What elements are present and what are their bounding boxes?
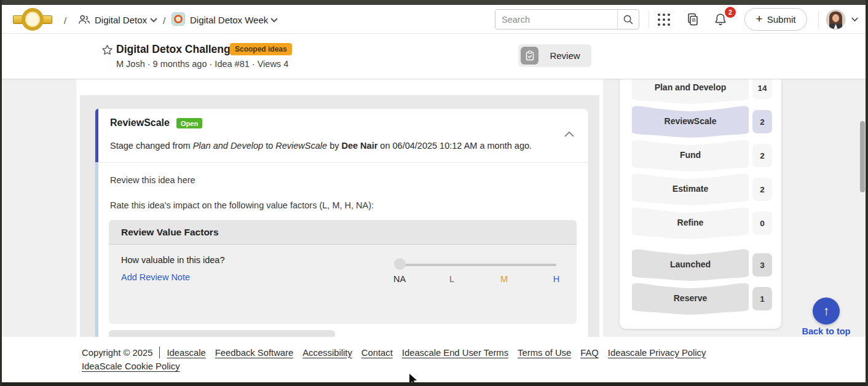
window-frame-bottom [0,382,868,386]
stage-accent-bar [95,109,98,163]
actor-name: Dee Nair [341,141,377,151]
stage-count-reserve: 1 [752,287,772,310]
footer-link-feedback-software[interactable]: Feedback Software [215,348,294,358]
idea-header: Digital Detox Challenge Scooped ideas M … [2,34,866,79]
card-divider [95,162,588,163]
back-to-top-button[interactable]: ↑ [813,297,840,325]
stage-funnel-sidebar: Plan and Develop 14 ReviewScale 2 Fund 2… [620,79,781,329]
next-panel-peek [109,330,335,337]
window-frame-left [0,0,2,386]
plus-icon: + [756,13,763,25]
avatar[interactable] [826,9,846,30]
rating-slider-handle[interactable] [394,258,406,270]
nav-divider [818,11,819,28]
campaign-icon [172,12,185,26]
workspace-logo[interactable] [13,7,52,32]
footer-link-privacy-policy[interactable]: Ideascale Privacy Policy [608,348,706,358]
footer-link-ideascale[interactable]: Ideascale [167,348,205,358]
nav-divider [649,11,649,28]
footer-link-faq[interactable]: FAQ [580,348,599,358]
from-stage-name: Plan and Develop [193,141,263,151]
stage-item-estimate[interactable]: Estimate [632,173,749,205]
stage-count-refine: 0 [752,211,772,235]
review-instruction: Review this idea here [110,175,195,185]
breadcrumb-separator: / [64,15,66,26]
notification-count-badge: 2 [725,7,736,18]
idea-meta: M Josh · 9 months ago · Idea #81 · Views… [116,59,288,69]
arrow-up-icon: ↑ [823,304,830,318]
main-content-panel: ReviewScale Open Stage changed from Plan… [76,79,603,337]
favorite-star-icon[interactable] [101,44,113,56]
review-label: Review [539,50,591,61]
breadcrumb-campaign[interactable]: Digital Detox Week [190,15,268,25]
scooped-ideas-badge: Scooped ideas [230,43,292,55]
search-box [495,9,639,30]
stage-count-estimate: 2 [752,178,772,201]
scale-label-na[interactable]: NA [393,274,406,284]
clipboard-check-icon [521,47,539,65]
back-to-top-label[interactable]: Back to top [802,326,851,336]
stage-item-launched[interactable]: Launched [632,249,749,281]
search-icon [623,14,634,25]
stage-change-text: Stage changed from Plan and Develop to R… [110,141,565,151]
stage-item-refine[interactable]: Refine [632,207,749,239]
top-navbar: / Digital Detox / Digital Detox Week 2 +… [2,5,866,34]
apps-grid-icon[interactable] [657,13,671,26]
page-scrollbar-thumb[interactable] [860,121,865,192]
collapse-chevron-up-icon[interactable] [564,131,575,138]
campaign-chevron-down-icon[interactable] [270,17,278,23]
rating-slider-track[interactable] [398,264,556,266]
pages-icon[interactable] [686,12,700,27]
review-button[interactable]: Review [518,44,591,67]
footer-pipe-divider [159,347,160,358]
footer-links-row2: IdeaScale Cookie Policy [82,361,180,371]
footer-link-end-user-terms[interactable]: Ideascale End User Terms [402,348,508,358]
review-value-factors-header: Review Value Factors [109,220,577,245]
scale-label-m[interactable]: M [500,274,508,284]
to-stage-name: ReviewScale [275,141,327,151]
stage-accent-bar-light [95,163,98,337]
stage-count-launched: 3 [752,253,772,277]
stage-item-plan-and-develop[interactable]: Plan and Develop [632,79,749,104]
footer-links-row: Copyright © 2025 Ideascale Feedback Soft… [82,347,706,358]
stage-title: ReviewScale [110,117,170,128]
stage-count-fund: 2 [752,144,772,167]
review-value-factors-panel: Review Value Factors How valuable in thi… [109,220,577,324]
breadcrumb-separator: / [163,15,165,26]
user-chevron-down-icon [851,17,859,22]
add-review-note-link[interactable]: Add Review Note [121,272,190,282]
reviewscale-stage-card: ReviewScale Open Stage changed from Plan… [95,109,588,337]
footer-link-cookie-policy[interactable]: IdeaScale Cookie Policy [82,361,180,371]
search-button[interactable] [617,10,639,29]
user-menu[interactable] [826,9,859,30]
rate-instruction: Rate this idea's impact on the following… [110,200,374,210]
review-value-factors-title: Review Value Factors [121,227,219,238]
submit-label: Submit [767,14,796,25]
window-frame-top [0,0,868,5]
stage-item-reserve[interactable]: Reserve [632,283,749,315]
open-status-badge: Open [176,118,202,128]
window-frame-right [866,0,868,386]
community-group-icon [77,13,91,26]
stage-count-reviewscale: 2 [752,110,772,133]
stage-item-reviewscale[interactable]: ReviewScale [632,106,749,138]
community-chevron-down-icon[interactable] [149,17,158,23]
search-input[interactable] [495,10,617,29]
scale-label-h[interactable]: H [553,274,559,284]
value-question: How valuable in this idea? [121,255,224,265]
copyright-text: Copyright © 2025 [82,348,152,358]
breadcrumb-community[interactable]: Digital Detox [95,15,147,25]
stage-section-background: ReviewScale Open Stage changed from Plan… [80,95,599,337]
stage-count-plan-and-develop: 14 [752,79,772,100]
footer-link-accessibility[interactable]: Accessibility [302,348,352,358]
submit-button[interactable]: + Submit [744,8,807,31]
stage-item-fund[interactable]: Fund [632,140,749,171]
logo-ring [22,8,44,31]
footer: Copyright © 2025 Ideascale Feedback Soft… [2,337,866,382]
review-value-factors-body: How valuable in this idea? Add Review No… [109,245,577,324]
footer-link-contact[interactable]: Contact [361,348,393,358]
idea-title: Digital Detox Challenge [116,43,236,56]
scale-label-l[interactable]: L [449,274,454,284]
footer-link-terms-of-use[interactable]: Terms of Use [518,348,571,358]
